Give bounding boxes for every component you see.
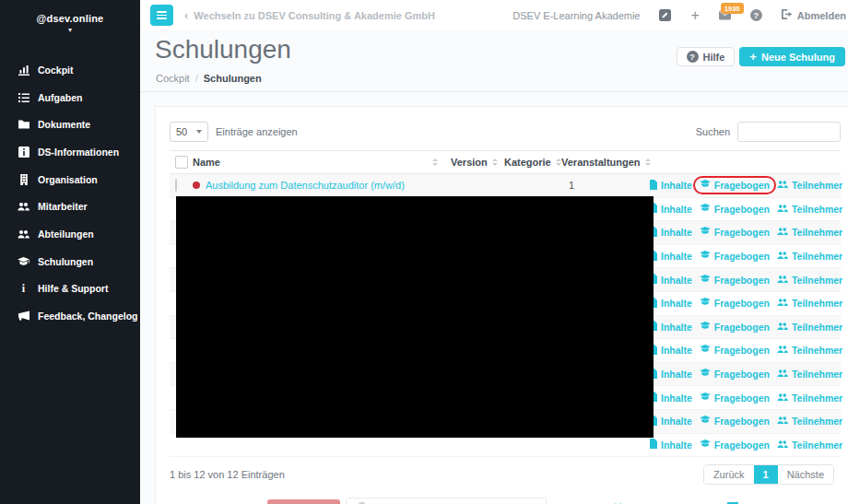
sidebar-item-dokumente[interactable]: Dokumente xyxy=(0,111,140,138)
users-icon xyxy=(777,416,788,427)
app-window: @dsev.online ▾ Cockpit Aufgaben Dokume xyxy=(0,0,848,504)
inhalte-link[interactable]: Inhalte xyxy=(649,180,692,192)
users-icon xyxy=(777,204,788,215)
teilnehmer-link[interactable]: Teilnehmer xyxy=(777,227,842,238)
schulung-name-link[interactable]: Ausbildung zum Datenschutzauditor (m/w/d… xyxy=(206,180,405,191)
graduation-cap-icon xyxy=(700,369,711,380)
teilnehmer-link[interactable]: Teilnehmer xyxy=(777,345,842,356)
menu-toggle-button[interactable] xyxy=(150,5,173,26)
sidebar-item-cockpit[interactable]: Cockpit xyxy=(0,56,140,84)
inhalte-link[interactable]: Inhalte xyxy=(649,392,692,404)
fragebogen-link[interactable]: Fragebogen xyxy=(700,227,770,238)
inhalte-link[interactable]: Inhalte xyxy=(649,251,692,263)
page-length-select[interactable]: 50 xyxy=(170,122,208,142)
sidebar-item-ds-informationen[interactable]: DS-Informationen xyxy=(0,138,140,166)
inhalte-link[interactable]: Inhalte xyxy=(649,203,692,215)
sort-icon xyxy=(556,158,561,166)
page-title: Schulungen xyxy=(155,35,291,64)
teilnehmer-link[interactable]: Teilnehmer xyxy=(777,204,842,215)
fragebogen-link[interactable]: Fragebogen xyxy=(700,251,770,262)
fragebogen-link[interactable]: Fragebogen xyxy=(700,322,770,333)
pagination-prev[interactable]: Zurück xyxy=(704,465,754,484)
pagination-next[interactable]: Nächste xyxy=(778,465,833,484)
help-icon[interactable]: ? xyxy=(750,9,762,21)
sidebar-item-abteilungen[interactable]: Abteilungen xyxy=(0,220,140,248)
inhalte-link[interactable]: Inhalte xyxy=(649,227,692,239)
switch-org-link[interactable]: ‹ Wechseln zu DSEV Consulting & Akademie… xyxy=(184,9,435,21)
graduation-cap-icon xyxy=(700,345,711,356)
info-icon: i xyxy=(18,283,29,295)
fragebogen-link[interactable]: Fragebogen xyxy=(700,440,770,451)
fragebogen-link[interactable]: Fragebogen xyxy=(700,204,770,215)
teilnehmer-link[interactable]: Teilnehmer xyxy=(777,393,842,404)
sidebar-item-label: Hilfe & Support xyxy=(38,283,108,294)
inhalte-link[interactable]: Inhalte xyxy=(649,298,692,310)
breadcrumb-cockpit[interactable]: Cockpit xyxy=(156,73,190,84)
sort-icon xyxy=(492,158,498,166)
inhalte-link[interactable]: Inhalte xyxy=(649,439,692,451)
logout-label: Abmelden xyxy=(797,10,846,21)
teilnehmer-link[interactable]: Teilnehmer xyxy=(777,180,842,191)
messages-icon[interactable]: 1930 xyxy=(719,10,731,20)
teilnehmer-link[interactable]: Teilnehmer xyxy=(777,251,842,262)
column-header-version[interactable]: Version xyxy=(451,157,504,168)
fragebogen-link[interactable]: Fragebogen xyxy=(700,298,770,309)
teilnehmer-link[interactable]: Teilnehmer xyxy=(777,440,842,451)
inhalte-link[interactable]: Inhalte xyxy=(649,369,692,381)
status-dot-icon xyxy=(193,182,200,189)
fragebogen-link[interactable]: Fragebogen xyxy=(700,416,770,427)
teilnehmer-link[interactable]: Teilnehmer xyxy=(777,416,842,427)
users-icon xyxy=(777,275,788,286)
help-button[interactable]: ? Hilfe xyxy=(677,47,736,66)
sidebar-item-mitarbeiter[interactable]: Mitarbeiter xyxy=(0,193,140,220)
users-icon xyxy=(777,251,788,262)
copy-to-org-button[interactable]: In eine andere Organisation kopieren xyxy=(346,498,547,504)
search-label: Suchen xyxy=(696,126,730,137)
sidebar-item-hilfe-support[interactable]: i Hilfe & Support xyxy=(0,275,140,303)
fragebogen-link[interactable]: Fragebogen xyxy=(700,369,770,380)
users-icon xyxy=(777,440,788,451)
sidebar-item-feedback-changelog[interactable]: Feedback, Changelog xyxy=(0,302,140,330)
page-length-value: 50 xyxy=(176,126,187,137)
graduation-cap-icon xyxy=(700,440,711,451)
fragebogen-link[interactable]: Fragebogen xyxy=(700,275,770,286)
sidebar-item-label: Dokumente xyxy=(38,119,90,130)
inhalte-link[interactable]: Inhalte xyxy=(649,274,692,286)
edit-icon[interactable] xyxy=(659,9,671,21)
column-header-kategorie[interactable]: Kategorie xyxy=(504,157,561,168)
fragebogen-link[interactable]: Fragebogen xyxy=(700,393,770,404)
inhalte-link[interactable]: Inhalte xyxy=(649,345,692,357)
veranstaltungen-cell: 1 xyxy=(561,180,649,191)
logout-button[interactable]: Abmelden xyxy=(782,9,846,21)
teilnehmer-link[interactable]: Teilnehmer xyxy=(777,298,842,309)
sidebar-item-aufgaben[interactable]: Aufgaben xyxy=(0,84,140,111)
switch-org-label: Wechseln zu DSEV Consulting & Akademie G… xyxy=(194,10,435,21)
users-icon xyxy=(777,345,788,356)
graduation-cap-icon xyxy=(700,275,711,286)
users-icon xyxy=(777,369,788,380)
fragebogen-link[interactable]: Fragebogen xyxy=(700,345,770,356)
sidebar: @dsev.online ▾ Cockpit Aufgaben Dokume xyxy=(0,0,140,504)
sidebar-item-organisation[interactable]: Organisation xyxy=(0,166,140,193)
search-input[interactable] xyxy=(737,122,841,142)
select-all-checkbox[interactable] xyxy=(175,156,188,169)
column-header-name[interactable]: Name xyxy=(193,157,451,168)
row-checkbox[interactable] xyxy=(175,179,177,192)
pagination-page-1[interactable]: 1 xyxy=(754,465,778,484)
inhalte-link[interactable]: Inhalte xyxy=(649,416,692,428)
sidebar-item-schulungen[interactable]: Schulungen xyxy=(0,248,140,275)
delete-button[interactable]: × Löschen xyxy=(267,499,340,504)
inhalte-link[interactable]: Inhalte xyxy=(649,321,692,333)
teilnehmer-link[interactable]: Teilnehmer xyxy=(777,322,842,333)
fragebogen-link[interactable]: Fragebogen xyxy=(700,180,770,191)
table-info: 1 bis 12 von 12 Einträgen xyxy=(170,469,285,480)
teilnehmer-link[interactable]: Teilnehmer xyxy=(777,369,842,380)
users-icon xyxy=(777,180,788,191)
teilnehmer-link[interactable]: Teilnehmer xyxy=(777,275,842,286)
column-header-veranstaltungen[interactable]: Veranstaltungen xyxy=(561,157,649,168)
new-schulung-button[interactable]: + Neue Schulung xyxy=(739,47,845,66)
sidebar-item-label: Aufgaben xyxy=(38,92,82,103)
add-icon[interactable]: + xyxy=(690,8,699,23)
chevron-left-icon: ‹ xyxy=(184,9,188,21)
org-switcher[interactable]: @dsev.online ▾ xyxy=(0,0,140,34)
